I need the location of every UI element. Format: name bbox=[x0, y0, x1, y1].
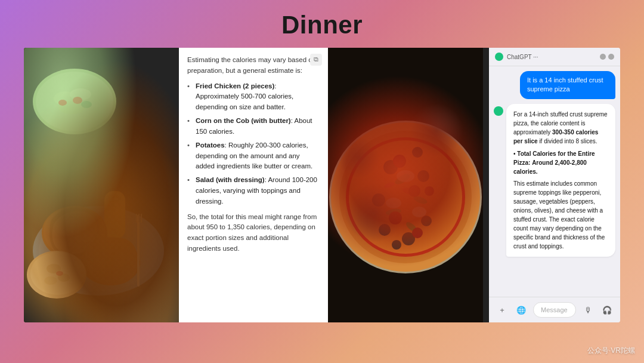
svg-point-57 bbox=[385, 208, 401, 216]
svg-point-5 bbox=[70, 88, 91, 100]
svg-rect-38 bbox=[138, 214, 140, 223]
svg-point-4 bbox=[54, 91, 78, 106]
svg-point-28 bbox=[80, 240, 140, 285]
svg-point-62 bbox=[408, 185, 420, 197]
mic-icon[interactable]: 🎙 bbox=[581, 303, 595, 317]
svg-point-49 bbox=[372, 193, 385, 207]
chat-close-icon[interactable] bbox=[608, 54, 614, 60]
svg-point-65 bbox=[425, 186, 434, 196]
svg-rect-19 bbox=[116, 200, 119, 202]
svg-rect-21 bbox=[112, 204, 114, 207]
svg-point-56 bbox=[413, 195, 428, 205]
svg-point-50 bbox=[421, 216, 432, 226]
svg-point-9 bbox=[81, 101, 92, 108]
ai-bullet: • Total Calories for the Entire Pizza: A… bbox=[513, 149, 608, 176]
svg-rect-17 bbox=[107, 200, 110, 202]
svg-point-45 bbox=[346, 137, 465, 257]
svg-rect-16 bbox=[116, 196, 119, 198]
chat-logo bbox=[495, 53, 503, 61]
svg-point-63 bbox=[389, 211, 402, 224]
svg-point-48 bbox=[417, 170, 429, 182]
svg-point-29 bbox=[95, 249, 125, 270]
headphone-icon[interactable]: 🎧 bbox=[600, 303, 614, 317]
svg-point-53 bbox=[412, 147, 423, 158]
ai-avatar bbox=[494, 106, 503, 116]
svg-point-52 bbox=[379, 224, 391, 236]
chat-header-title: ChatGPT ··· bbox=[507, 54, 538, 60]
svg-point-31 bbox=[30, 252, 85, 295]
svg-rect-13 bbox=[106, 192, 124, 238]
calorie-item-chicken: Fried Chicken (2 pieces): Approximately … bbox=[187, 81, 320, 113]
calorie-item-salad: Salad (with dressing): Around 100-200 ca… bbox=[187, 175, 320, 207]
svg-rect-41 bbox=[328, 48, 483, 322]
calorie-summary: So, the total for this meal might range … bbox=[187, 212, 320, 254]
svg-point-58 bbox=[404, 220, 418, 233]
svg-point-33 bbox=[58, 273, 70, 282]
svg-point-35 bbox=[56, 271, 63, 276]
calorie-item-corn: Corn on the Cob (with butter): About 150… bbox=[187, 116, 320, 137]
ai-detail-text: This estimate includes common supreme to… bbox=[513, 179, 608, 251]
svg-point-2 bbox=[33, 69, 116, 134]
svg-point-60 bbox=[383, 181, 395, 189]
svg-point-6 bbox=[58, 101, 85, 114]
svg-rect-22 bbox=[107, 208, 110, 211]
calorie-text-panel: ⧉ Estimating the calories may vary based… bbox=[179, 48, 328, 322]
svg-rect-12 bbox=[104, 191, 125, 239]
svg-point-26 bbox=[57, 218, 80, 236]
svg-rect-37 bbox=[136, 214, 137, 223]
svg-rect-18 bbox=[112, 200, 114, 202]
globe-icon[interactable]: 🌐 bbox=[514, 303, 528, 317]
svg-point-64 bbox=[412, 227, 423, 238]
copy-icon[interactable]: ⧉ bbox=[310, 54, 322, 66]
svg-point-30 bbox=[27, 251, 86, 299]
svg-point-3 bbox=[36, 72, 113, 131]
calorie-intro: Estimating the calories may vary based o… bbox=[187, 55, 320, 76]
svg-point-8 bbox=[58, 100, 67, 106]
svg-rect-1 bbox=[24, 48, 179, 322]
watermark: 公众号·VR陀螺 bbox=[587, 346, 635, 356]
svg-point-66 bbox=[394, 156, 405, 167]
svg-rect-23 bbox=[112, 208, 114, 211]
svg-point-34 bbox=[44, 276, 57, 285]
svg-rect-15 bbox=[112, 196, 114, 198]
svg-point-68 bbox=[397, 170, 414, 182]
calorie-item-potatoes: Potatoes: Roughly 200-300 calories, depe… bbox=[187, 140, 320, 172]
chat-input-bar: + 🌐 Message 🎙 🎧 bbox=[489, 297, 620, 322]
dark-divider bbox=[483, 48, 489, 322]
pizza-photo-svg bbox=[328, 48, 483, 322]
svg-point-24 bbox=[42, 206, 107, 260]
content-row: ⧉ Estimating the calories may vary based… bbox=[24, 48, 620, 322]
add-button[interactable]: + bbox=[495, 303, 509, 317]
svg-point-25 bbox=[44, 207, 106, 257]
svg-point-43 bbox=[335, 127, 476, 267]
svg-rect-0 bbox=[24, 48, 179, 322]
svg-point-44 bbox=[335, 127, 476, 267]
svg-point-67 bbox=[410, 186, 419, 196]
ai-response-text: For a 14-inch stuffed crust supreme pizz… bbox=[513, 110, 608, 146]
svg-rect-39 bbox=[141, 214, 142, 223]
svg-rect-14 bbox=[107, 196, 110, 198]
calorie-list: Fried Chicken (2 pieces): Approximately … bbox=[187, 81, 320, 207]
page-title: Dinner bbox=[281, 11, 363, 39]
chat-input[interactable]: Message bbox=[533, 302, 576, 318]
ai-message-bubble: For a 14-inch stuffed crust supreme pizz… bbox=[506, 104, 615, 257]
svg-point-10 bbox=[33, 206, 164, 296]
svg-point-7 bbox=[73, 97, 82, 104]
svg-rect-36 bbox=[137, 215, 140, 287]
svg-point-46 bbox=[349, 140, 462, 254]
chat-messages: It is a 14 inch stuffed crust supreme pi… bbox=[489, 66, 620, 297]
svg-point-27 bbox=[75, 229, 92, 243]
svg-rect-40 bbox=[328, 48, 483, 322]
user-message-bubble: It is a 14 inch stuffed crust supreme pi… bbox=[520, 71, 615, 99]
svg-point-51 bbox=[402, 232, 415, 245]
svg-point-61 bbox=[393, 155, 406, 168]
svg-point-59 bbox=[402, 187, 415, 196]
svg-point-11 bbox=[39, 210, 158, 291]
chat-minimize-icon[interactable] bbox=[600, 54, 606, 60]
svg-point-42 bbox=[329, 121, 482, 273]
svg-point-54 bbox=[392, 240, 401, 250]
svg-point-70 bbox=[412, 207, 426, 217]
chat-panel: ChatGPT ··· It is a 14 inch stuffed crus… bbox=[489, 48, 620, 322]
chicken-photo-panel bbox=[24, 48, 179, 322]
svg-point-69 bbox=[386, 198, 401, 208]
